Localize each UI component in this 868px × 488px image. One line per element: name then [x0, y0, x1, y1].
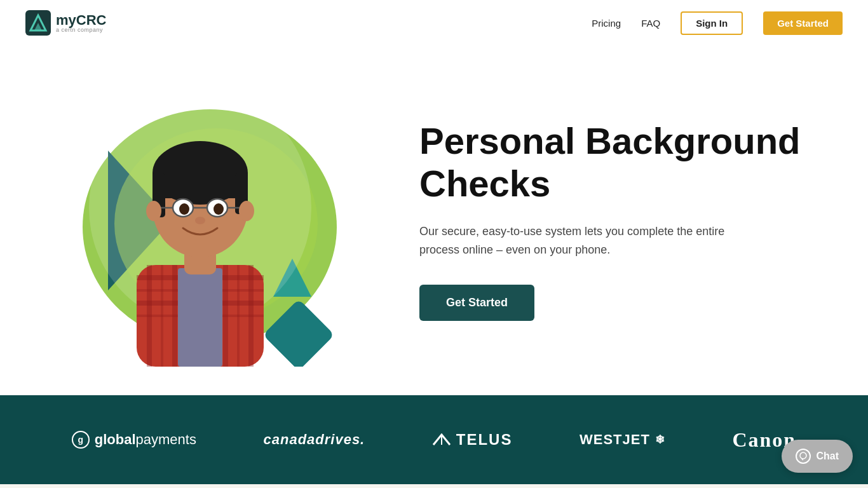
hero-section: Personal Background Checks Our secure, e… [0, 46, 868, 395]
svg-point-37 [195, 217, 205, 224]
westjet-logo: WESTJET ❄ [580, 431, 665, 448]
svg-rect-23 [178, 268, 222, 367]
logo-brand-name: myCRC [56, 13, 106, 27]
telus-logo: TELUS [432, 431, 513, 449]
westjet-text: WESTJET [580, 431, 650, 448]
svg-point-33 [214, 203, 224, 215]
header: myCRC a certn company Pricing FAQ Sign I… [0, 0, 868, 46]
globalpayments-icon: g [72, 431, 90, 449]
chat-button[interactable]: Chat [782, 440, 853, 473]
chat-bubble-icon [799, 452, 808, 461]
signin-button[interactable]: Sign In [681, 11, 743, 35]
hero-getstarted-button[interactable]: Get Started [419, 285, 534, 321]
hero-title: Personal Background Checks [419, 120, 817, 205]
canadadrives-text: canadadrives. [263, 431, 365, 448]
chat-label: Chat [816, 451, 839, 462]
svg-rect-27 [153, 173, 248, 198]
telus-icon [432, 433, 451, 446]
svg-point-41 [800, 452, 806, 459]
hero-illustration [38, 74, 369, 367]
chat-icon [796, 449, 811, 464]
hero-content: Personal Background Checks Our secure, e… [369, 120, 817, 321]
hero-image-area [38, 74, 369, 367]
telus-text: TELUS [456, 431, 513, 449]
logos-band: g globalpayments canadadrives. TELUS WES… [0, 395, 868, 484]
logo-text: myCRC a certn company [56, 13, 106, 33]
hero-description: Our secure, easy-to-use system lets you … [419, 222, 737, 259]
logo-icon [25, 10, 51, 36]
main-nav: Pricing FAQ Sign In Get Started [592, 11, 843, 35]
nav-faq[interactable]: FAQ [641, 18, 660, 29]
globalpayments-logo: g globalpayments [72, 431, 196, 449]
svg-point-38 [146, 201, 161, 221]
svg-point-39 [239, 201, 254, 221]
logo-company-name: a certn company [56, 27, 106, 33]
svg-point-32 [179, 203, 189, 215]
canadadrives-logo: canadadrives. [263, 431, 365, 448]
westjet-snowflake-icon: ❄ [655, 433, 665, 447]
nav-pricing[interactable]: Pricing [592, 18, 621, 29]
logo[interactable]: myCRC a certn company [25, 10, 106, 36]
globalpayments-text: globalpayments [95, 431, 196, 448]
nav-getstarted-button[interactable]: Get Started [763, 11, 843, 35]
